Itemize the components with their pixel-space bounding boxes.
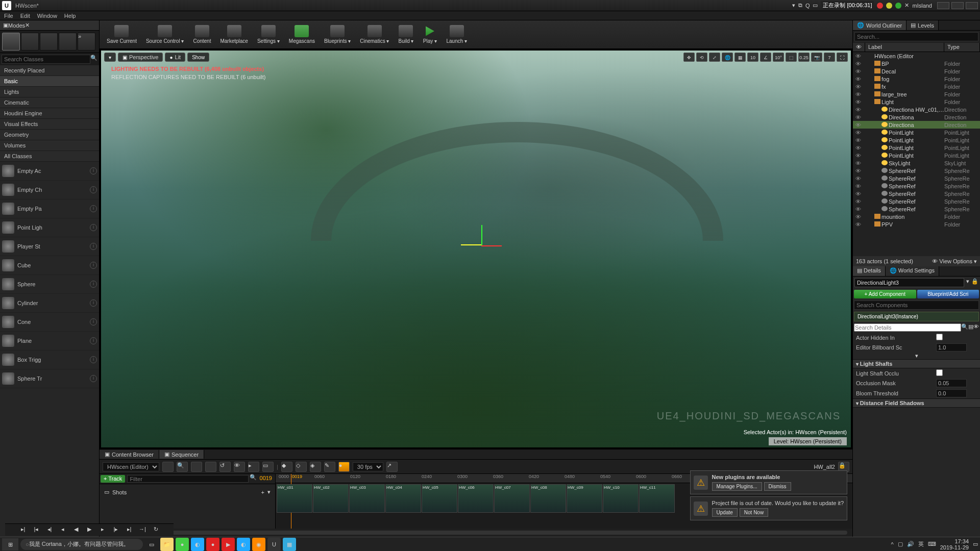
next-key-button[interactable]: ▸| xyxy=(125,526,134,534)
outliner-row[interactable]: 👁SphereRefSphereRe xyxy=(853,190,980,197)
tray-icon[interactable]: Q xyxy=(805,3,810,9)
sequence-name[interactable]: HW_all2 xyxy=(814,464,835,470)
label-column[interactable]: Label xyxy=(865,43,944,52)
tab-details[interactable]: ▤ Details xyxy=(853,266,886,276)
toolbar-save-current[interactable]: Save Current xyxy=(103,22,141,47)
bloom-threshold-input[interactable] xyxy=(936,389,967,397)
tab-content-browser[interactable]: ▣ Content Browser xyxy=(100,450,159,459)
minimize-button[interactable] xyxy=(937,2,949,9)
info-icon[interactable]: i xyxy=(90,299,97,307)
app-icon[interactable]: ● xyxy=(206,538,219,551)
outliner-row[interactable]: 👁PointLightPointLight xyxy=(853,144,980,152)
seq-find-icon[interactable]: 🔍 xyxy=(177,462,188,472)
info-icon[interactable]: i xyxy=(90,318,97,325)
app-icon[interactable]: ◐ xyxy=(237,538,250,551)
visibility-toggle[interactable]: 👁 xyxy=(853,91,863,97)
menu-file[interactable]: File xyxy=(4,13,13,19)
visibility-toggle[interactable]: 👁 xyxy=(853,198,863,205)
network-icon[interactable]: ▢ xyxy=(898,541,903,547)
viewport[interactable]: ▾ ▣ Perspective ● Lit Show ✥ ⟲ ⤢ 🌐 ▦ 10 … xyxy=(101,50,851,448)
volume-icon[interactable]: 🔊 xyxy=(907,541,914,547)
perspective-button[interactable]: ▣ Perspective xyxy=(118,53,163,62)
viewport-tool-icon[interactable]: ⤢ xyxy=(709,53,720,62)
toolbar-play[interactable]: Play ▾ xyxy=(419,22,441,47)
seq-tool-icon[interactable]: ▭ xyxy=(262,462,274,472)
toolbar-megascans[interactable]: Megascans xyxy=(285,22,319,47)
frame-back-button[interactable]: ◂ xyxy=(58,526,67,534)
actor-menu-button[interactable]: ▾ xyxy=(966,278,969,287)
viewport-tool-icon[interactable]: 🌐 xyxy=(722,53,733,62)
info-icon[interactable]: i xyxy=(90,337,97,344)
category-basic[interactable]: Basic xyxy=(0,76,99,87)
actor-item[interactable]: Conei xyxy=(0,313,99,332)
info-icon[interactable]: i xyxy=(90,375,97,382)
visibility-toggle[interactable]: 👁 xyxy=(853,130,863,136)
shot-clip[interactable]: HW_c02 xyxy=(313,484,349,513)
outliner-row[interactable]: 👁DecalFolder xyxy=(853,67,980,75)
app-icon[interactable]: ● xyxy=(176,538,189,551)
light-shaft-occl-checkbox[interactable] xyxy=(936,369,943,376)
type-column[interactable]: Type xyxy=(944,43,980,52)
add-shot-button[interactable]: + xyxy=(261,489,264,495)
modes-tab[interactable]: ▣ Modes ✕ xyxy=(0,20,99,31)
seq-play-icon[interactable]: ▸ xyxy=(248,462,259,472)
app-icon[interactable]: ▦ xyxy=(283,538,296,551)
seq-key-icon[interactable]: ◆ xyxy=(281,462,292,472)
actor-item[interactable]: Planei xyxy=(0,332,99,350)
visibility-toggle[interactable]: 👁 xyxy=(853,76,863,82)
maximize-button[interactable] xyxy=(951,2,964,9)
shot-clip[interactable]: HW_c04 xyxy=(385,484,421,513)
rec-dot-icon[interactable] xyxy=(877,3,883,9)
paint-mode-button[interactable] xyxy=(21,33,39,51)
outliner-row[interactable]: 👁Directiona HW_c01, HW_09Direction xyxy=(853,106,980,113)
add-component-button[interactable]: + Add Component xyxy=(854,290,916,298)
houdini-icon[interactable]: ◉ xyxy=(252,538,265,551)
visibility-toggle[interactable]: 👁 xyxy=(853,137,863,143)
toolbar-launch[interactable]: Launch ▾ xyxy=(442,22,471,47)
outliner-row[interactable]: 👁HWscen (Editor xyxy=(853,52,980,60)
info-icon[interactable]: i xyxy=(90,224,97,231)
actor-name-input[interactable] xyxy=(854,278,964,287)
landscape-mode-button[interactable] xyxy=(40,33,58,51)
shots-track[interactable]: ▭ Shots + ▾ xyxy=(103,487,272,497)
viewport-menu-button[interactable]: ▾ xyxy=(104,53,116,62)
current-frame[interactable]: 0019 xyxy=(257,474,275,484)
visibility-toggle[interactable]: 👁 xyxy=(853,107,863,113)
shot-clip[interactable]: HW_c05 xyxy=(422,484,457,513)
tray-icon[interactable]: ⧉ xyxy=(798,2,802,9)
actor-item[interactable]: Sphere Tri xyxy=(0,369,99,388)
visibility-toggle[interactable]: 👁 xyxy=(853,160,863,166)
close-button[interactable] xyxy=(966,2,978,9)
category-cinematic[interactable]: Cinematic xyxy=(0,97,99,108)
section-light-shafts[interactable]: ▾ Light Shafts xyxy=(853,359,980,368)
outliner-row[interactable]: 👁SphereRefSphereRe xyxy=(853,174,980,182)
seq-autokey-button[interactable]: ● xyxy=(338,462,350,472)
visibility-toggle[interactable]: 👁 xyxy=(853,53,863,59)
actor-item[interactable]: Player Sti xyxy=(0,237,99,256)
actor-item[interactable]: Empty Aci xyxy=(0,162,99,181)
task-view-button[interactable]: ▭ xyxy=(145,538,158,551)
visibility-toggle[interactable]: 👁 xyxy=(853,183,863,189)
visibility-toggle[interactable]: 👁 xyxy=(853,99,863,105)
seq-brush-icon[interactable]: ✎ xyxy=(324,462,335,472)
angle-snap-value[interactable]: 10° xyxy=(773,53,784,62)
info-icon[interactable]: i xyxy=(90,262,97,269)
sequence-level-select[interactable]: HWscen (Editor) xyxy=(103,462,159,471)
category-all-classes[interactable]: All Classes xyxy=(0,151,99,162)
outliner-row[interactable]: 👁SphereRefSphereRe xyxy=(853,205,980,213)
toolbar-marketplace[interactable]: Marketplace xyxy=(216,22,252,47)
occlusion-mask-input[interactable] xyxy=(936,379,967,387)
maximize-viewport-icon[interactable]: ⛶ xyxy=(837,53,848,62)
visibility-toggle[interactable]: 👁 xyxy=(853,68,863,74)
outliner-row[interactable]: 👁DirectionaDirection xyxy=(853,121,980,129)
category-visual-effects[interactable]: Visual Effects xyxy=(0,119,99,130)
toolbar-content[interactable]: Content xyxy=(189,22,215,47)
shot-clip[interactable]: HW_c07 xyxy=(494,484,530,513)
visibility-toggle[interactable]: 👁 xyxy=(853,84,863,90)
track-filter-input[interactable] xyxy=(127,475,248,483)
to-start-button[interactable]: ▸| xyxy=(18,526,28,534)
outliner-search-input[interactable] xyxy=(854,32,978,41)
foliage-mode-button[interactable] xyxy=(59,33,77,51)
info-icon[interactable]: i xyxy=(90,281,97,288)
visibility-toggle[interactable]: 👁 xyxy=(853,191,863,197)
